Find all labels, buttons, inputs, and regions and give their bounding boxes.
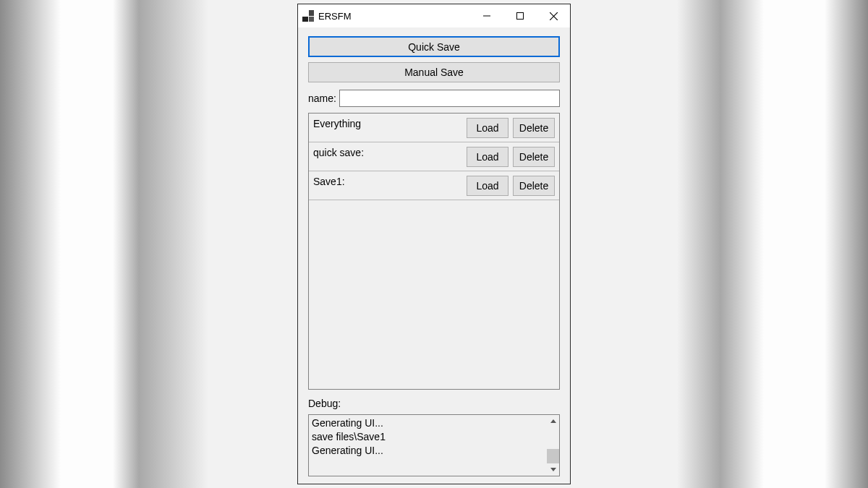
save-name: Everything <box>313 116 462 129</box>
window-title: ERSFM <box>318 11 352 22</box>
content-area: Quick Save Manual Save name: Everything … <box>298 27 570 484</box>
save-name: quick save: <box>313 145 462 158</box>
app-window: ERSFM Quick Save Manual Save name: Every… <box>297 4 571 484</box>
name-input[interactable] <box>339 90 560 107</box>
save-row: quick save: Load Delete <box>309 142 559 171</box>
debug-text: Generating UI... save files\Save1 Genera… <box>309 415 547 476</box>
delete-button[interactable]: Delete <box>513 147 555 167</box>
svg-marker-4 <box>550 419 556 423</box>
save-name: Save1: <box>313 174 462 187</box>
scroll-thumb[interactable] <box>547 449 559 463</box>
svg-rect-1 <box>517 13 524 20</box>
load-button[interactable]: Load <box>467 147 509 167</box>
maximize-button[interactable] <box>503 4 537 27</box>
save-row: Save1: Load Delete <box>309 171 559 200</box>
scroll-up-icon[interactable] <box>547 415 559 427</box>
delete-button[interactable]: Delete <box>513 118 555 138</box>
close-button[interactable] <box>537 4 570 27</box>
name-row: name: <box>308 89 560 108</box>
delete-button[interactable]: Delete <box>513 176 555 196</box>
app-icon <box>302 10 314 22</box>
scroll-down-icon[interactable] <box>547 463 559 476</box>
debug-box: Generating UI... save files\Save1 Genera… <box>308 414 560 476</box>
svg-marker-5 <box>550 468 556 471</box>
save-list: Everything Load Delete quick save: Load … <box>308 113 560 390</box>
debug-label: Debug: <box>308 398 560 409</box>
minimize-button[interactable] <box>470 4 503 27</box>
scroll-track[interactable] <box>547 427 559 463</box>
titlebar: ERSFM <box>298 4 570 27</box>
load-button[interactable]: Load <box>467 118 509 138</box>
load-button[interactable]: Load <box>467 176 509 196</box>
quick-save-button[interactable]: Quick Save <box>308 36 560 57</box>
name-label: name: <box>308 93 336 104</box>
scrollbar[interactable] <box>547 415 559 476</box>
save-row: Everything Load Delete <box>309 114 559 142</box>
manual-save-button[interactable]: Manual Save <box>308 62 560 82</box>
